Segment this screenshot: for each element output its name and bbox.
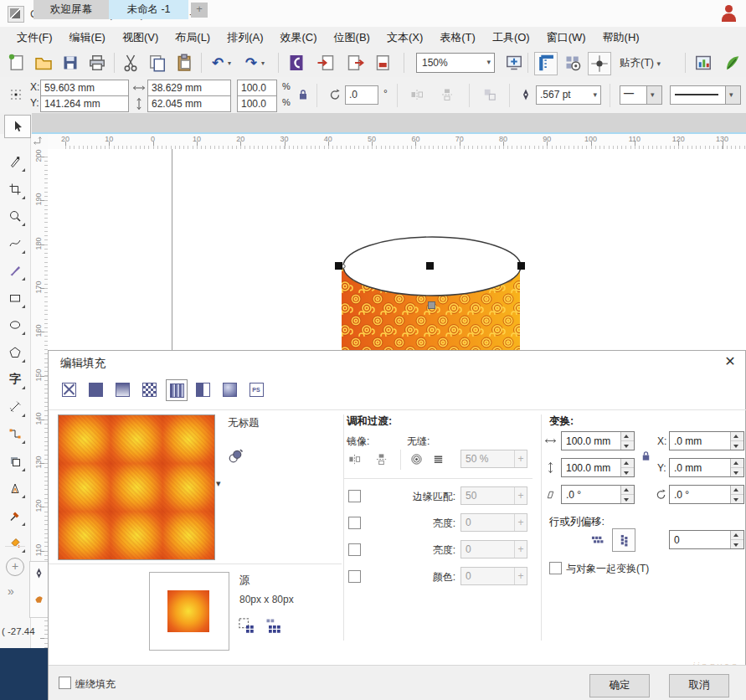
x-offset-field[interactable]: .0 mm: [669, 431, 744, 450]
crop-tool[interactable]: [4, 178, 26, 200]
menu-item-0[interactable]: 文件(F): [8, 27, 61, 49]
line-style-caret[interactable]: ▾: [725, 85, 741, 105]
skew-field[interactable]: .0 °: [561, 485, 635, 504]
whats-new-icon[interactable]: [722, 53, 742, 73]
object-width-field[interactable]: 38.629 mm: [147, 80, 231, 96]
print-icon[interactable]: [87, 53, 107, 73]
bitmap-pattern-fill-button[interactable]: [166, 379, 188, 401]
show-grid-icon[interactable]: [563, 53, 583, 73]
pattern-picker-dropdown-icon[interactable]: ▾: [216, 478, 221, 489]
cut-icon[interactable]: [121, 53, 141, 73]
lock-ratio-icon[interactable]: [296, 88, 310, 101]
new-document-icon[interactable]: [7, 53, 27, 73]
tab-document[interactable]: 未命名 -1: [109, 0, 188, 19]
tab-welcome-screen[interactable]: 欢迎屏幕: [33, 0, 109, 19]
line-start-caret[interactable]: ▾: [646, 85, 662, 105]
lock-ratio-icon[interactable]: [640, 450, 652, 462]
zoom-level-combo[interactable]: 150%▾: [416, 53, 495, 73]
rotation-angle-field[interactable]: .0: [345, 85, 378, 105]
redo-icon[interactable]: ↷: [241, 53, 261, 73]
two-color-pattern-fill-button[interactable]: [193, 379, 213, 399]
fullscreen-preview-icon[interactable]: [504, 53, 524, 73]
new-from-document-icon[interactable]: [265, 617, 281, 634]
export-icon[interactable]: [345, 53, 365, 73]
parallel-dimension-tool[interactable]: [4, 396, 26, 418]
mirror-vertical-icon[interactable]: [375, 453, 388, 466]
interactive-fill-tool[interactable]: [4, 532, 26, 553]
save-fill-icon[interactable]: [227, 448, 244, 465]
menu-item-8[interactable]: 表格(T): [431, 27, 484, 49]
spinner[interactable]: [730, 459, 743, 476]
content-exchange-icon[interactable]: [286, 53, 306, 73]
scale-x-field[interactable]: 100.0: [237, 80, 277, 96]
paste-icon[interactable]: [174, 53, 194, 73]
options-icon[interactable]: [693, 53, 713, 73]
mirror-vertical-icon[interactable]: [440, 88, 454, 101]
drop-shadow-tool[interactable]: [4, 450, 26, 472]
pattern-height-field[interactable]: 100.0 mm: [561, 458, 635, 477]
menu-item-3[interactable]: 布局(L): [167, 27, 219, 49]
column-offset-button[interactable]: [612, 528, 635, 552]
line-style-combo[interactable]: [670, 85, 727, 105]
spinner[interactable]: [620, 486, 634, 503]
connector-tool[interactable]: [4, 423, 26, 445]
pick-tool[interactable]: [4, 115, 31, 138]
selection-node-bottom[interactable]: [428, 301, 435, 309]
object-x-field[interactable]: 59.603 mm: [40, 80, 129, 96]
dropdown-caret-icon[interactable]: ▾: [261, 59, 265, 67]
save-icon[interactable]: [60, 53, 80, 73]
no-fill-button[interactable]: [59, 379, 79, 399]
contour-tool[interactable]: [4, 477, 26, 499]
ellipse-tool[interactable]: [4, 314, 26, 336]
offset-value-field[interactable]: 0: [669, 530, 744, 549]
object-height-field[interactable]: 62.045 mm: [147, 95, 231, 112]
color-eyedropper-tool[interactable]: [4, 505, 26, 527]
blend-row-checkbox-1[interactable]: [348, 517, 361, 529]
cylinder-shape[interactable]: [328, 228, 538, 350]
new-tab-button[interactable]: +: [191, 3, 208, 18]
postscript-fill-button[interactable]: PS: [246, 379, 266, 399]
blend-row-checkbox-0[interactable]: [348, 490, 361, 502]
linear-seamless-icon[interactable]: [432, 453, 445, 466]
spinner[interactable]: [730, 432, 743, 450]
toolbox-overflow-button[interactable]: »: [8, 584, 14, 598]
undo-icon[interactable]: ↶: [208, 53, 228, 73]
group-objects-icon[interactable]: [482, 87, 497, 102]
y-offset-field[interactable]: .0 mm: [669, 458, 744, 477]
line-start-combo[interactable]: —: [620, 85, 648, 105]
menu-item-9[interactable]: 工具(O): [484, 27, 538, 49]
pattern-preview[interactable]: [58, 414, 215, 560]
vector-pattern-fill-button[interactable]: [139, 379, 159, 399]
wrap-fill-checkbox[interactable]: [59, 677, 71, 689]
open-icon[interactable]: [33, 53, 54, 73]
add-tool-button[interactable]: +: [6, 558, 24, 576]
dropdown-caret-icon[interactable]: ▾: [228, 59, 231, 67]
menu-item-11[interactable]: 帮助(H): [594, 27, 648, 49]
spinner[interactable]: [730, 531, 743, 548]
user-account-icon[interactable]: [721, 4, 738, 23]
fountain-fill-button[interactable]: [112, 379, 132, 399]
spinner[interactable]: [730, 486, 743, 503]
object-y-field[interactable]: 141.264 mm: [40, 95, 129, 112]
artistic-media-tool[interactable]: [4, 260, 26, 281]
spinner[interactable]: [620, 459, 634, 476]
snap-to-dropdown[interactable]: 贴齐(T) ▾: [620, 56, 661, 70]
menu-item-7[interactable]: 文本(X): [378, 27, 431, 49]
selection-handle-right[interactable]: [517, 262, 525, 270]
close-icon[interactable]: ✕: [722, 353, 738, 369]
scale-y-field[interactable]: 100.0: [237, 95, 277, 112]
texture-fill-button[interactable]: [219, 379, 239, 399]
spinner[interactable]: [620, 432, 634, 450]
radial-seamless-icon[interactable]: [410, 453, 423, 466]
blend-row-checkbox-2[interactable]: [348, 543, 361, 556]
ok-button[interactable]: 确定: [589, 674, 650, 697]
zoom-tool[interactable]: [4, 205, 26, 227]
rotate-field[interactable]: .0 °: [669, 485, 744, 504]
menu-item-10[interactable]: 窗口(W): [538, 27, 594, 49]
text-tool[interactable]: 字: [4, 368, 26, 390]
uniform-fill-button[interactable]: [85, 379, 105, 399]
shape-tool[interactable]: [4, 151, 26, 172]
transform-with-object-checkbox[interactable]: [549, 562, 562, 574]
pattern-width-field[interactable]: 100.0 mm: [561, 431, 635, 450]
snap-enable-icon[interactable]: [588, 52, 611, 75]
